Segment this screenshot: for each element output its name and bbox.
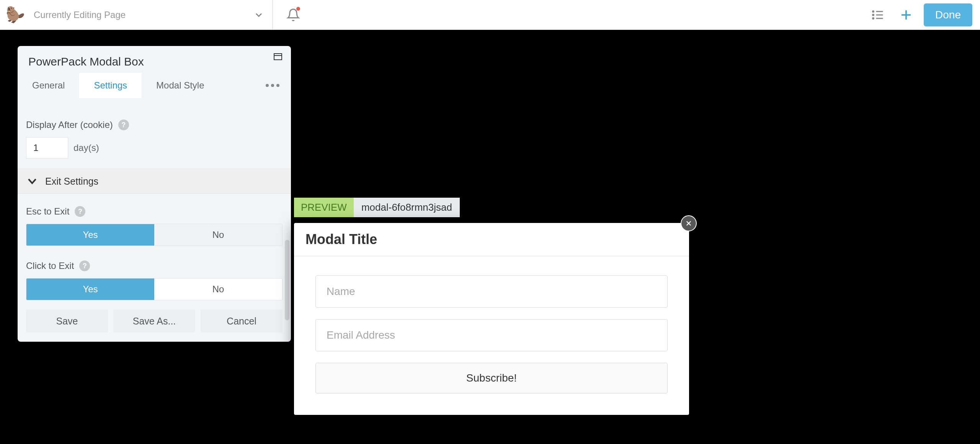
notification-dot xyxy=(296,7,300,11)
tab-more-button[interactable] xyxy=(254,73,291,98)
chevron-down-icon xyxy=(253,10,264,20)
tab-modal-style[interactable]: Modal Style xyxy=(142,73,219,98)
name-field[interactable] xyxy=(315,275,668,308)
page-dropdown-toggle[interactable] xyxy=(245,0,273,30)
dot-icon xyxy=(276,84,279,87)
display-after-unit: day(s) xyxy=(74,143,99,153)
help-icon[interactable]: ? xyxy=(75,206,85,217)
esc-to-exit-label: Esc to Exit xyxy=(26,206,69,217)
panel-expand-button[interactable] xyxy=(273,53,284,64)
done-button[interactable]: Done xyxy=(924,3,972,26)
preview-label: PREVIEW xyxy=(294,198,354,217)
cancel-button[interactable]: Cancel xyxy=(201,310,283,333)
page-title: Currently Editing Page xyxy=(34,10,126,20)
close-icon xyxy=(685,220,692,227)
field-click-to-exit: Click to Exit ? Yes No xyxy=(18,248,291,303)
modal-body: Subscribe! xyxy=(294,256,689,415)
esc-to-exit-toggle: Yes No xyxy=(26,224,283,246)
click-to-exit-label: Click to Exit xyxy=(26,261,74,271)
display-after-label: Display After (cookie) xyxy=(26,120,113,130)
esc-to-exit-yes[interactable]: Yes xyxy=(26,224,154,246)
save-as-button[interactable]: Save As... xyxy=(113,310,195,333)
module-settings-panel: PowerPack Modal Box General Settings Mod… xyxy=(18,46,291,342)
list-icon xyxy=(871,8,885,22)
top-toolbar: 🦫 Currently Editing Page Done xyxy=(0,0,980,30)
esc-to-exit-no[interactable]: No xyxy=(154,224,282,246)
svg-point-5 xyxy=(873,18,874,19)
tab-settings[interactable]: Settings xyxy=(79,73,142,98)
panel-tabs: General Settings Modal Style xyxy=(18,73,291,98)
window-icon xyxy=(273,53,283,61)
svg-point-3 xyxy=(873,11,874,12)
field-display-after: Display After (cookie) ? day(s) xyxy=(18,98,291,161)
click-to-exit-yes[interactable]: Yes xyxy=(26,279,154,300)
preview-tag: PREVIEW modal-6fo8rmn3jsad xyxy=(294,198,460,217)
preview-id: modal-6fo8rmn3jsad xyxy=(354,198,460,217)
exit-settings-title: Exit Settings xyxy=(45,176,98,187)
divider xyxy=(273,0,273,30)
svg-rect-8 xyxy=(274,54,282,60)
panel-footer: Save Save As... Cancel xyxy=(18,303,291,342)
panel-body: Display After (cookie) ? day(s) Exit Set… xyxy=(18,98,291,303)
display-after-input[interactable] xyxy=(26,137,68,159)
dot-icon xyxy=(266,84,269,87)
svg-point-4 xyxy=(873,15,874,16)
plus-icon xyxy=(899,8,913,22)
modal-close-button[interactable] xyxy=(681,215,697,231)
modal-preview: Modal Title Subscribe! xyxy=(294,223,689,415)
tab-general[interactable]: General xyxy=(18,73,79,98)
panel-header: PowerPack Modal Box xyxy=(18,46,291,73)
scrollbar-thumb[interactable] xyxy=(285,240,289,320)
modal-title: Modal Title xyxy=(305,231,678,247)
outline-panel-button[interactable] xyxy=(867,4,889,26)
chevron-down-icon xyxy=(26,175,38,187)
click-to-exit-no[interactable]: No xyxy=(154,279,282,300)
save-button[interactable]: Save xyxy=(26,310,108,333)
beaver-logo-icon: 🦫 xyxy=(5,4,26,26)
panel-title: PowerPack Modal Box xyxy=(28,55,144,68)
dot-icon xyxy=(271,84,274,87)
help-icon[interactable]: ? xyxy=(79,261,90,271)
field-esc-to-exit: Esc to Exit ? Yes No xyxy=(18,194,291,248)
notifications-button[interactable] xyxy=(279,0,307,30)
click-to-exit-toggle: Yes No xyxy=(26,278,283,300)
help-icon[interactable]: ? xyxy=(118,120,129,130)
modal-header: Modal Title xyxy=(294,223,689,256)
email-field[interactable] xyxy=(315,319,668,351)
add-content-button[interactable] xyxy=(895,4,917,26)
subscribe-button[interactable]: Subscribe! xyxy=(315,363,668,393)
exit-settings-section-header[interactable]: Exit Settings xyxy=(18,169,291,194)
